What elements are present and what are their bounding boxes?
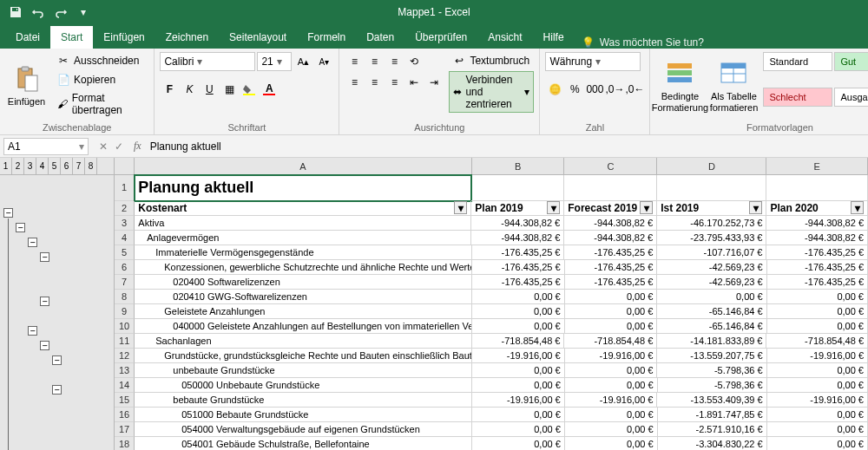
row-header[interactable]: 5 [115, 245, 135, 260]
outline-collapse[interactable]: − [40, 297, 49, 306]
outline-collapse[interactable]: − [40, 341, 49, 350]
row-header[interactable]: 7 [115, 275, 135, 290]
cell[interactable]: -19.916,00 € [472, 349, 565, 363]
cell[interactable]: Anlagevermögen [135, 231, 471, 245]
title-cell[interactable]: Planung aktuell [135, 175, 471, 201]
align-right-icon[interactable]: ≡ [385, 73, 404, 92]
cell[interactable]: 0,00 € [472, 304, 565, 319]
qat-more-icon[interactable]: ▾ [73, 2, 94, 23]
decrease-font-icon[interactable]: A▾ [314, 52, 333, 71]
cell[interactable]: -65.146,84 € [657, 319, 766, 334]
cell[interactable]: Aktiva [135, 216, 471, 231]
underline-button[interactable]: U [200, 80, 219, 99]
col-header-e[interactable]: E [766, 158, 868, 174]
cell[interactable]: 0,00 € [472, 363, 565, 378]
row-header[interactable]: 3 [115, 216, 135, 231]
cut-button[interactable]: ✂Ausschneiden [53, 52, 148, 69]
cell[interactable]: 0,00 € [472, 422, 565, 437]
cell[interactable]: 051000 Bebaute Grundstücke [135, 408, 472, 422]
row-header[interactable]: 17 [115, 422, 135, 437]
tellme[interactable]: 💡 Was möchten Sie tun? [582, 36, 704, 49]
cell[interactable]: -23.795.433,93 € [657, 231, 766, 245]
cell[interactable]: -14.181.833,89 € [657, 334, 766, 349]
align-left-icon[interactable]: ≡ [345, 73, 364, 92]
tab-insert[interactable]: Einfügen [93, 26, 155, 49]
increase-font-icon[interactable]: A▴ [293, 52, 312, 71]
row-header[interactable]: 15 [115, 393, 135, 408]
row-header[interactable]: 10 [115, 319, 135, 334]
cell[interactable]: Grundstücke, grundstücksgleiche Rechte u… [135, 349, 472, 363]
row-header[interactable]: 9 [115, 304, 135, 319]
accept-formula-icon[interactable]: ✓ [115, 140, 123, 153]
cell[interactable]: -176.435,25 € [565, 260, 658, 275]
outline-collapse[interactable]: − [52, 385, 62, 395]
tab-file[interactable]: Datei [5, 26, 50, 49]
cell[interactable]: 020410 GWG-Softwarelizenzen [135, 290, 472, 304]
cell[interactable]: 0,00 € [767, 319, 868, 334]
outline-level-3[interactable]: 3 [24, 158, 36, 174]
font-name-combo[interactable]: Calibri▾ [160, 52, 255, 71]
row-header[interactable]: 16 [115, 408, 135, 422]
cell[interactable]: 0,00 € [472, 319, 565, 334]
header-cell[interactable]: Plan 2020▾ [766, 201, 868, 216]
filter-icon[interactable]: ▾ [640, 201, 653, 214]
conditional-format-button[interactable]: Bedingte Formatierung [655, 52, 704, 121]
tab-draw[interactable]: Zeichnen [155, 26, 219, 49]
style-standard[interactable]: Standard [763, 52, 832, 71]
cell[interactable]: -65.146,84 € [657, 304, 766, 319]
cell[interactable]: -19.916,00 € [767, 393, 868, 408]
cell[interactable]: -13.553.409,39 € [657, 393, 766, 408]
cell[interactable]: 0,00 € [472, 437, 565, 450]
filter-icon[interactable]: ▾ [547, 201, 560, 214]
outline-collapse[interactable]: − [52, 355, 62, 365]
format-painter-button[interactable]: 🖌Format übertragen [53, 90, 148, 118]
cell[interactable]: 0,00 € [767, 378, 868, 393]
number-format-combo[interactable]: Währung▾ [545, 52, 641, 71]
cell[interactable]: 054001 Gebäude Schulstraße, Bellefontain… [135, 437, 472, 450]
accounting-format-icon[interactable]: 🪙 [545, 80, 564, 99]
cell[interactable]: -5.798,36 € [657, 363, 766, 378]
align-top-icon[interactable]: ≡ [345, 52, 364, 71]
cell[interactable]: -944.308,82 € [766, 231, 868, 245]
style-good[interactable]: Gut [834, 52, 868, 71]
wrap-text-button[interactable]: ↩Textumbruch [449, 52, 534, 69]
cell[interactable]: -944.308,82 € [471, 231, 564, 245]
cell[interactable]: 0,00 € [767, 290, 868, 304]
save-icon[interactable] [5, 2, 26, 23]
cell[interactable]: -107.716,07 € [657, 245, 766, 260]
cell[interactable]: Sachanlagen [135, 334, 471, 349]
outline-level-1[interactable]: 1 [0, 158, 12, 174]
cell[interactable]: 0,00 € [565, 319, 658, 334]
cell[interactable]: -19.916,00 € [767, 349, 868, 363]
cell[interactable]: -2.571.910,16 € [658, 422, 767, 437]
cell[interactable]: -718.854,48 € [472, 334, 565, 349]
row-header[interactable]: 18 [115, 437, 135, 450]
fill-color-button[interactable] [240, 80, 259, 99]
cell[interactable]: -944.308,82 € [564, 216, 657, 231]
header-cell[interactable]: Kostenart▾ [135, 201, 471, 216]
copy-button[interactable]: 📄Kopieren [53, 71, 148, 88]
outline-level-4[interactable]: 4 [36, 158, 49, 174]
row-header[interactable]: 8 [115, 290, 135, 304]
row-header[interactable]: 13 [115, 363, 135, 378]
outline-collapse[interactable]: − [16, 223, 25, 232]
undo-icon[interactable] [28, 2, 49, 23]
cell[interactable]: -19.916,00 € [472, 393, 565, 408]
outline-level-2[interactable]: 2 [12, 158, 24, 174]
cell[interactable]: -46.170.252,73 € [657, 216, 766, 231]
cell[interactable]: -5.798,36 € [658, 378, 767, 393]
cell[interactable]: 0,00 € [472, 408, 565, 422]
tab-view[interactable]: Ansicht [477, 26, 532, 49]
cell[interactable]: -42.569,23 € [657, 275, 766, 290]
cell[interactable]: 0,00 € [565, 363, 658, 378]
cell[interactable]: 0,00 € [767, 304, 868, 319]
cell[interactable]: 0,00 € [565, 422, 658, 437]
col-header-d[interactable]: D [657, 158, 766, 174]
cell[interactable]: 020400 Softwarelizenzen [135, 275, 472, 290]
tab-layout[interactable]: Seitenlayout [219, 26, 297, 49]
fx-icon[interactable]: fx [130, 140, 145, 153]
cell[interactable]: -944.308,82 € [471, 216, 564, 231]
align-middle-icon[interactable]: ≡ [365, 52, 384, 71]
outline-collapse[interactable]: − [40, 252, 49, 262]
cancel-formula-icon[interactable]: ✕ [99, 140, 108, 153]
